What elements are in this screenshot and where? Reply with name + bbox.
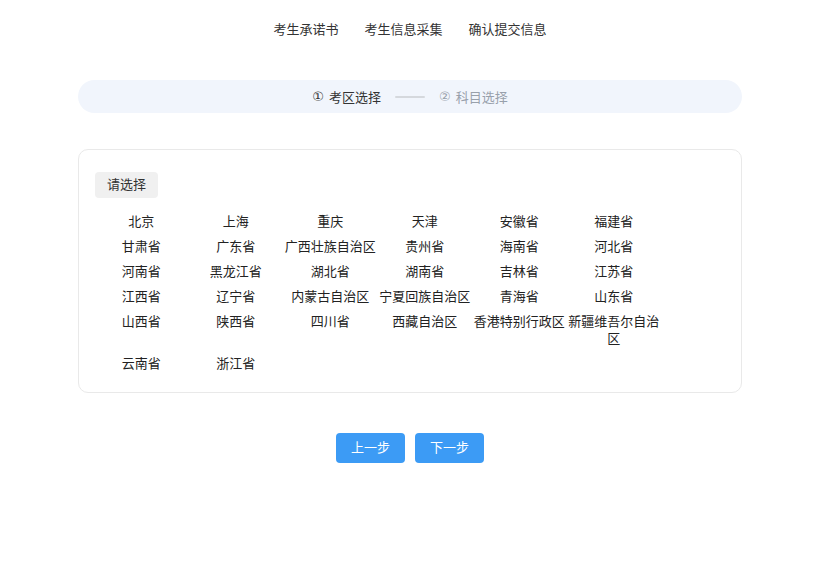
province-option[interactable]: 辽宁省: [189, 288, 284, 305]
province-option[interactable]: 河南省: [94, 263, 189, 280]
step2-number-icon: ②: [439, 89, 451, 104]
province-option[interactable]: 天津: [378, 213, 473, 230]
step-indicator-bar: ① 考区选择 ② 科目选择: [78, 80, 742, 113]
province-option[interactable]: 黑龙江省: [189, 263, 284, 280]
province-option[interactable]: 贵州省: [378, 238, 473, 255]
province-option[interactable]: 山东省: [567, 288, 662, 305]
province-option[interactable]: 云南省: [94, 355, 189, 372]
province-option[interactable]: 江西省: [94, 288, 189, 305]
chip-row: 请选择: [95, 172, 726, 198]
province-option[interactable]: 重庆: [283, 213, 378, 230]
province-option[interactable]: 青海省: [472, 288, 567, 305]
province-option[interactable]: 河北省: [567, 238, 662, 255]
province-option[interactable]: 湖南省: [378, 263, 473, 280]
province-option[interactable]: 吉林省: [472, 263, 567, 280]
province-option[interactable]: 内蒙古自治区: [283, 288, 378, 305]
step1-label: 考区选择: [329, 87, 381, 106]
province-option[interactable]: 湖北省: [283, 263, 378, 280]
province-option[interactable]: 甘肃省: [94, 238, 189, 255]
province-option[interactable]: 安徽省: [472, 213, 567, 230]
step-connector-line: [395, 96, 425, 98]
province-option[interactable]: 西藏自治区: [378, 313, 473, 347]
step-exam-area-selection: ① 考区选择: [312, 87, 381, 106]
top-nav: 考生承诺书 考生信息采集 确认提交信息: [0, 0, 820, 38]
province-option[interactable]: 新疆维吾尔自治区: [567, 313, 662, 347]
province-option[interactable]: 海南省: [472, 238, 567, 255]
province-option[interactable]: 广西壮族自治区: [283, 238, 378, 255]
nav-item-candidate-info-collection[interactable]: 考生信息采集: [364, 19, 442, 38]
province-grid: 北京 上海 重庆 天津 安徽省 福建省 甘肃省 广东省 广西壮族自治区 贵州省 …: [94, 213, 666, 380]
province-option[interactable]: 福建省: [567, 213, 662, 230]
province-option[interactable]: 香港特别行政区: [472, 313, 567, 347]
province-option[interactable]: 上海: [189, 213, 284, 230]
nav-item-candidate-commitment[interactable]: 考生承诺书: [273, 19, 338, 38]
province-option[interactable]: 江苏省: [567, 263, 662, 280]
action-button-row: 上一步 下一步: [78, 433, 742, 463]
province-option[interactable]: 广东省: [189, 238, 284, 255]
nav-item-confirm-submit-info[interactable]: 确认提交信息: [469, 19, 547, 38]
step1-number-icon: ①: [312, 89, 324, 104]
province-option[interactable]: 四川省: [283, 313, 378, 347]
main-container: ① 考区选择 ② 科目选择 请选择 北京 上海 重庆 天津 安徽省 福建省 甘肃…: [78, 80, 742, 463]
prev-step-button[interactable]: 上一步: [336, 433, 405, 463]
exam-area-selection-panel: 请选择 北京 上海 重庆 天津 安徽省 福建省 甘肃省 广东省 广西壮族自治区 …: [78, 149, 742, 393]
step2-label: 科目选择: [456, 87, 508, 106]
province-option[interactable]: 山西省: [94, 313, 189, 347]
next-step-button[interactable]: 下一步: [415, 433, 484, 463]
please-select-chip: 请选择: [95, 172, 158, 198]
province-option[interactable]: 浙江省: [189, 355, 284, 372]
province-option[interactable]: 陕西省: [189, 313, 284, 347]
province-option[interactable]: 北京: [94, 213, 189, 230]
step-subject-selection: ② 科目选择: [439, 87, 508, 106]
province-option[interactable]: 宁夏回族自治区: [378, 288, 473, 305]
